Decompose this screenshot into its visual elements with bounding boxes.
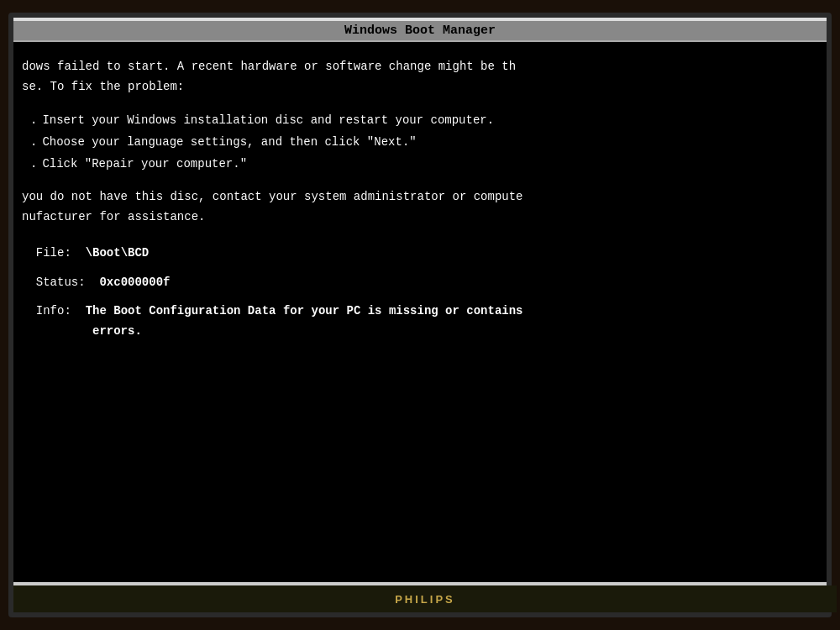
- contact-line-2: nufacturer for assistance.: [22, 207, 818, 228]
- title-text: Windows Boot Manager: [344, 24, 496, 38]
- info-value-2: errors.: [92, 324, 142, 338]
- info-line: Info: The Boot Configuration Data for yo…: [22, 302, 818, 342]
- bullet-dot-1: .: [30, 111, 37, 129]
- file-label: File:: [36, 246, 71, 260]
- file-line: File: \Boot\BCD: [22, 244, 818, 262]
- bullet-item-2: . Choose your language settings, and the…: [30, 133, 818, 151]
- intro-line-1: dows failed to start. A recent hardware …: [22, 57, 818, 77]
- info-label: Info:: [36, 304, 71, 318]
- bullet-item-1: . Insert your Windows installation disc …: [30, 111, 818, 129]
- bullet-text-3: Click "Repair your computer.": [42, 155, 247, 173]
- status-label: Status:: [36, 276, 86, 289]
- content-area: dows failed to start. A recent hardware …: [13, 42, 827, 582]
- bullet-list: . Insert your Windows installation disc …: [30, 111, 818, 174]
- screen-bottom-bar: [13, 582, 827, 585]
- contact-info: you do not have this disc, contact your …: [22, 187, 818, 228]
- error-intro: dows failed to start. A recent hardware …: [22, 57, 818, 97]
- contact-line-1: you do not have this disc, contact your …: [22, 187, 818, 207]
- bullet-item-3: . Click "Repair your computer.": [30, 155, 818, 173]
- info-value-1: The Boot Configuration Data for your PC …: [86, 304, 523, 318]
- monitor-frame: Windows Boot Manager dows failed to star…: [8, 13, 832, 617]
- brand-label: PHILIPS: [395, 593, 455, 606]
- bullet-dot-3: .: [30, 155, 37, 173]
- bullet-text-1: Insert your Windows installation disc an…: [42, 111, 494, 129]
- file-value: \Boot\BCD: [86, 246, 150, 260]
- status-line: Status: 0xc000000f: [22, 273, 818, 291]
- title-bar: Windows Boot Manager: [13, 21, 827, 42]
- status-value: 0xc000000f: [99, 276, 170, 289]
- bullet-text-2: Choose your language settings, and then …: [42, 133, 416, 151]
- monitor-bottom: PHILIPS: [13, 585, 837, 612]
- screen: Windows Boot Manager dows failed to star…: [13, 21, 827, 585]
- bullet-dot-2: .: [30, 133, 37, 151]
- intro-line-2: se. To fix the problem:: [22, 77, 818, 97]
